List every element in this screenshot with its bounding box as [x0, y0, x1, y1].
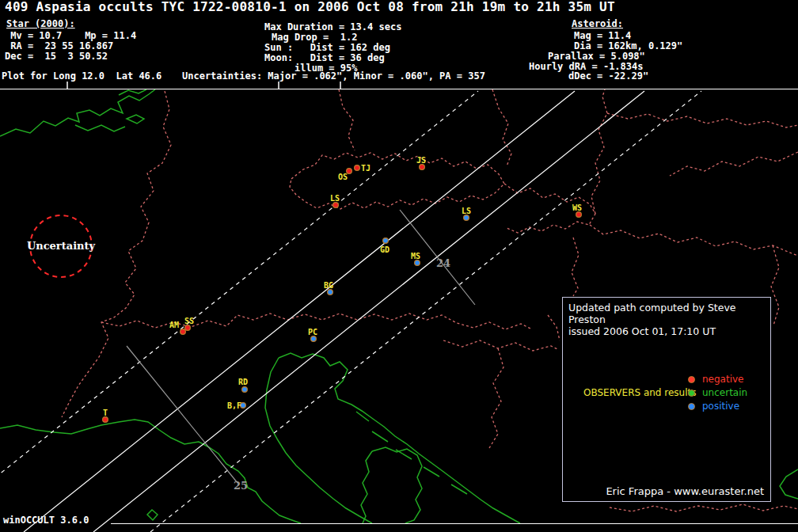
corsica-coast: [361, 447, 422, 523]
negative-dot-icon: [688, 376, 695, 383]
legend-label-uncertain: uncertain: [702, 387, 747, 398]
border-germany-west: [62, 91, 171, 417]
border-legend-left: [548, 315, 560, 340]
observer-stations: OSTJJSLSWSAMSSTLSGDMSBGPCRDB,F: [103, 156, 582, 422]
observer-label-LS: LS: [330, 194, 340, 203]
time-tick-line-25: [127, 346, 238, 483]
observer-label-RD: RD: [238, 378, 248, 386]
border-alps-chain: [101, 314, 532, 329]
adriatic-east-coast: [279, 353, 520, 523]
croatian-islands: [356, 412, 467, 494]
border-bosnia-vertical: [489, 348, 504, 448]
croatia-edge-coast: [780, 469, 798, 499]
ligurian-coast: [0, 420, 301, 523]
north-sea-coast: [0, 89, 155, 136]
observer-label-TJ: TJ: [361, 164, 370, 173]
winoccult-map-window: { "header": { "title": "409 Aspasia occu…: [0, 0, 798, 532]
observer-label-T: T: [103, 408, 108, 417]
border-below-legend: [610, 504, 798, 511]
observer-label-JS: JS: [416, 156, 426, 165]
observer-dot-BG: [328, 290, 333, 295]
observer-dot-LS: [464, 215, 469, 221]
legend-row-uncertain: uncertain: [688, 387, 747, 398]
legend-box: Updated path computed by Steve Preston i…: [562, 297, 771, 502]
observer-label-PC: PC: [308, 328, 317, 336]
observer-dot-PC: [311, 336, 317, 342]
time-tick-label-24: 24: [436, 257, 450, 269]
observer-label-OS: OS: [338, 173, 348, 181]
observer-label-LS: LS: [462, 207, 471, 215]
map-top-border: [0, 89, 798, 89]
baltic-inlet: [75, 125, 125, 131]
coast-blob: [127, 115, 144, 124]
observer-dot-JS: [420, 165, 425, 170]
border-top-right-chain: [607, 113, 798, 127]
uncertainty-circle-label: Uncertainty: [27, 240, 96, 252]
legend-label-negative: negative: [702, 374, 743, 385]
elba-island: [147, 510, 158, 520]
observer-dot-RD: [242, 387, 248, 393]
uncertain-dot-icon: [688, 390, 695, 397]
legend-label-positive: positive: [702, 401, 739, 412]
observer-dot-WS: [576, 212, 582, 218]
observers-caption: OBSERVERS and results: [583, 387, 697, 398]
border-hungary-west: [572, 238, 579, 296]
adriatic-west-coast: [265, 358, 372, 523]
legend-row-negative: negative: [688, 374, 743, 385]
observer-label-BG: BG: [324, 281, 333, 290]
border-czech-north: [339, 89, 355, 150]
observer-dot-AM: [180, 329, 186, 335]
border-vertical-east: [591, 89, 607, 214]
observer-dot-SS: [185, 325, 191, 331]
observer-label-WS: WS: [572, 203, 582, 212]
observer-dot-TJ: [355, 165, 360, 171]
observer-label-AM: AM: [169, 321, 179, 329]
observer-dot-GD: [383, 238, 389, 244]
border-east-edge: [771, 245, 779, 325]
border-romania: [670, 152, 798, 176]
observer-dot-MS: [415, 260, 420, 266]
observer-label-SS: SS: [184, 317, 194, 325]
danish-island: [119, 89, 146, 95]
map-bottom-border: [111, 523, 798, 524]
observer-label-MS: MS: [411, 252, 420, 260]
border-czech: [290, 153, 504, 209]
graticule-ticks: [67, 82, 340, 89]
positive-dot-icon: [688, 403, 695, 410]
border-hungary-south: [590, 225, 798, 256]
time-tick-lines: 2425: [127, 210, 475, 492]
observer-dot-T: [103, 417, 108, 423]
observer-label-B,F: B,F: [227, 401, 241, 410]
app-version: winOCCULT 3.6.0: [3, 515, 89, 526]
border-croatia-bosnia: [443, 340, 559, 351]
path-north-sigma-line: [0, 91, 478, 532]
time-tick-label-25: 25: [234, 480, 248, 492]
updated-path-note: Updated path computed by Steve Preston i…: [568, 302, 770, 337]
legend-row-positive: positive: [688, 401, 739, 412]
credit-line: Eric Frappa - www.euraster.net: [606, 485, 764, 497]
observer-dot-LS: [333, 203, 339, 208]
observer-label-GD: GD: [380, 245, 390, 254]
path-north-limit-line: [24, 91, 575, 532]
